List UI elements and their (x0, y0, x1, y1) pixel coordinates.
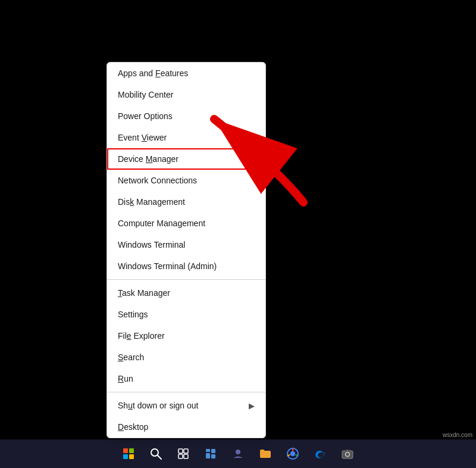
taskbar-teams-button[interactable] (227, 443, 249, 464)
windows-logo-icon (123, 448, 134, 459)
task-view-icon (177, 448, 189, 460)
menu-divider-2 (107, 392, 265, 392)
submenu-arrow-icon: ▶ (249, 401, 255, 410)
taskbar-search-button[interactable] (145, 443, 167, 464)
svg-rect-19 (346, 450, 349, 451)
menu-item-shutdown[interactable]: Shut down or sign out ▶ (107, 395, 265, 416)
taskbar-widgets-button[interactable] (200, 443, 221, 464)
svg-point-1 (151, 449, 158, 456)
taskbar-start-button[interactable] (118, 443, 139, 464)
taskbar-edge-button[interactable] (309, 443, 331, 464)
menu-item-label: Desktop (118, 422, 148, 432)
taskbar (0, 439, 476, 468)
menu-item-label: Mobility Center (118, 90, 173, 99)
menu-item-apps-features[interactable]: Apps and Features (107, 63, 265, 84)
svg-rect-10 (211, 454, 215, 458)
menu-item-network-connections[interactable]: Network Connections (107, 170, 265, 191)
menu-item-label: Disk Management (118, 197, 185, 207)
menu-item-label: Device Manager (118, 154, 178, 164)
camera-icon (341, 447, 354, 460)
menu-item-label: Settings (118, 310, 148, 319)
menu-item-file-explorer[interactable]: File Explorer (107, 325, 265, 347)
menu-item-search[interactable]: Search (107, 347, 265, 368)
menu-item-settings[interactable]: Settings (107, 304, 265, 325)
menu-divider (107, 279, 265, 280)
menu-item-label: Event Viewer (118, 133, 167, 142)
taskbar-file-explorer-button[interactable] (255, 443, 276, 464)
menu-item-label: Apps and Features (118, 68, 188, 78)
menu-item-label: Computer Management (118, 219, 205, 228)
menu-item-label: Run (118, 374, 133, 383)
svg-rect-6 (184, 454, 188, 458)
menu-item-windows-terminal[interactable]: Windows Terminal (107, 234, 265, 255)
menu-item-label: Power Options (118, 111, 173, 121)
widgets-icon (205, 448, 217, 460)
svg-rect-7 (206, 449, 210, 452)
svg-rect-3 (178, 449, 183, 453)
menu-item-label: Search (118, 352, 144, 362)
svg-point-11 (236, 450, 240, 454)
chrome-icon (286, 447, 299, 460)
svg-rect-9 (206, 453, 210, 458)
menu-item-event-viewer[interactable]: Event Viewer (107, 127, 265, 148)
taskbar-chrome-button[interactable] (282, 443, 303, 464)
menu-item-label: Windows Terminal (Admin) (118, 261, 217, 271)
taskbar-camera-button[interactable] (337, 443, 358, 464)
watermark: wsxdn.com (443, 432, 472, 438)
menu-item-computer-management[interactable]: Computer Management (107, 213, 265, 234)
context-menu: Apps and Features Mobility Center Power … (107, 62, 266, 438)
svg-point-13 (290, 451, 295, 456)
menu-item-label: Shut down or sign out (118, 401, 198, 410)
menu-item-run[interactable]: Run (107, 368, 265, 389)
menu-item-power-options[interactable]: Power Options (107, 105, 265, 127)
menu-item-windows-terminal-admin[interactable]: Windows Terminal (Admin) (107, 255, 265, 277)
edge-icon (314, 447, 327, 460)
svg-rect-8 (211, 449, 215, 453)
folder-icon (259, 447, 272, 460)
menu-item-mobility-center[interactable]: Mobility Center (107, 84, 265, 105)
menu-item-label: Windows Terminal (118, 240, 185, 249)
menu-item-label: File Explorer (118, 331, 165, 341)
svg-line-2 (158, 455, 161, 459)
menu-item-device-manager[interactable]: Device Manager (107, 148, 265, 170)
menu-item-disk-management[interactable]: Disk Management (107, 191, 265, 213)
menu-item-task-manager[interactable]: Task Manager (107, 282, 265, 304)
search-icon (150, 448, 162, 460)
menu-item-label: Task Manager (118, 288, 170, 298)
teams-icon (231, 447, 245, 460)
menu-item-label: Network Connections (118, 176, 197, 185)
menu-item-desktop[interactable]: Desktop (107, 416, 265, 438)
svg-rect-4 (184, 449, 188, 453)
svg-rect-5 (178, 454, 183, 458)
taskbar-task-view-button[interactable] (173, 443, 194, 464)
